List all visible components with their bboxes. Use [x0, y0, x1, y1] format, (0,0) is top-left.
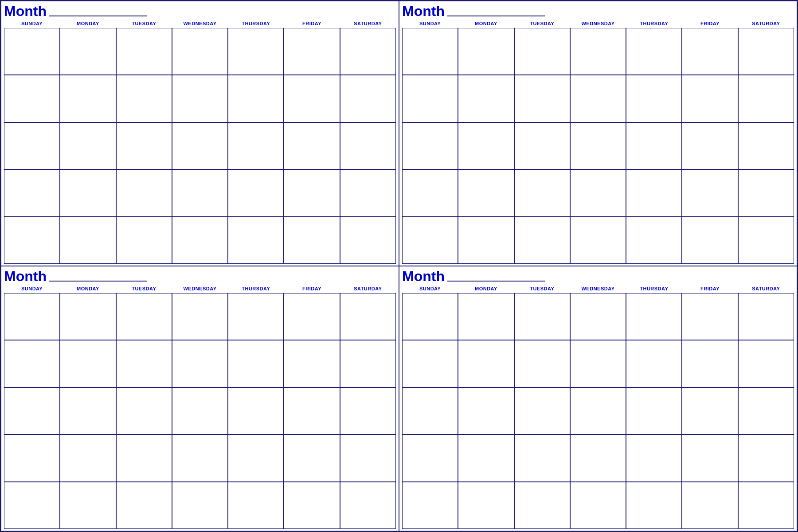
calendar-cell — [116, 169, 172, 216]
calendar-cell — [172, 293, 228, 340]
calendar-cell — [284, 293, 340, 340]
day-headers: SUNDAY MONDAY TUESDAY WEDNESDAY THURSDAY… — [4, 285, 396, 292]
calendar-cell — [116, 434, 172, 481]
day-saturday: SATURDAY — [340, 285, 396, 292]
calendar-top-left: Month SUNDAY MONDAY TUESDAY WEDNESDAY TH… — [1, 1, 399, 266]
calendar-cell — [626, 75, 682, 122]
calendar-cell — [340, 387, 396, 434]
calendar-cell — [172, 482, 228, 529]
calendar-cell — [228, 340, 284, 387]
day-monday: MONDAY — [60, 20, 116, 27]
calendar-cell — [60, 293, 116, 340]
calendar-cell — [738, 169, 794, 216]
day-friday: FRIDAY — [682, 20, 738, 27]
calendar-cell — [4, 434, 60, 481]
calendar-cell — [4, 28, 60, 75]
day-friday: FRIDAY — [284, 285, 340, 292]
calendar-cell — [626, 340, 682, 387]
calendar-cell — [458, 217, 514, 264]
calendar-cell — [458, 340, 514, 387]
calendar-cell — [682, 482, 738, 529]
calendar-cell — [284, 217, 340, 264]
month-title: Month — [402, 269, 445, 283]
calendar-cell — [402, 75, 458, 122]
calendar-cell — [458, 28, 514, 75]
calendar-cell — [60, 169, 116, 216]
calendar-cell — [514, 340, 570, 387]
day-headers: SUNDAY MONDAY TUESDAY WEDNESDAY THURSDAY… — [402, 285, 794, 292]
day-wednesday: WEDNESDAY — [570, 285, 626, 292]
calendar-cell — [458, 293, 514, 340]
calendar-cell — [514, 482, 570, 529]
calendar-cell — [682, 340, 738, 387]
calendar-cell — [458, 482, 514, 529]
calendar-cell — [570, 293, 626, 340]
calendar-cell — [228, 169, 284, 216]
calendar-cell — [402, 434, 458, 481]
calendar-cell — [228, 482, 284, 529]
calendar-cell — [682, 75, 738, 122]
calendar-grid — [402, 28, 794, 264]
calendar-cell — [60, 434, 116, 481]
calendar-cell — [228, 217, 284, 264]
calendar-cell — [284, 340, 340, 387]
calendar-cell — [172, 169, 228, 216]
calendar-cell — [116, 293, 172, 340]
month-line — [49, 16, 147, 16]
day-saturday: SATURDAY — [738, 20, 794, 27]
calendar-cell — [682, 169, 738, 216]
calendar-cell — [284, 434, 340, 481]
calendar-cell — [4, 340, 60, 387]
calendar-cell — [514, 387, 570, 434]
calendar-cell — [626, 482, 682, 529]
day-tuesday: TUESDAY — [514, 285, 570, 292]
calendar-cell — [682, 122, 738, 169]
calendar-cell — [738, 28, 794, 75]
day-wednesday: WEDNESDAY — [172, 20, 228, 27]
calendar-cell — [402, 169, 458, 216]
calendar-cell — [228, 122, 284, 169]
calendar-cell — [340, 122, 396, 169]
calendar-grid — [4, 28, 396, 264]
calendar-bottom-left: Month SUNDAY MONDAY TUESDAY WEDNESDAY TH… — [1, 266, 399, 531]
calendar-cell — [514, 217, 570, 264]
calendar-cell — [738, 122, 794, 169]
calendar-cell — [4, 482, 60, 529]
calendar-cell — [340, 293, 396, 340]
calendar-cell — [172, 340, 228, 387]
calendar-cell — [570, 434, 626, 481]
calendar-cell — [116, 75, 172, 122]
month-title: Month — [4, 4, 47, 18]
calendar-cell — [570, 217, 626, 264]
calendar-cell — [738, 387, 794, 434]
calendar-cell — [116, 387, 172, 434]
calendar-cell — [60, 217, 116, 264]
calendar-cell — [172, 217, 228, 264]
calendar-cell — [284, 169, 340, 216]
calendar-cell — [284, 75, 340, 122]
calendar-cell — [340, 169, 396, 216]
calendar-cell — [514, 28, 570, 75]
calendar-cell — [172, 28, 228, 75]
calendar-cell — [682, 217, 738, 264]
calendar-cell — [682, 434, 738, 481]
day-sunday: SUNDAY — [4, 20, 60, 27]
calendar-cell — [4, 387, 60, 434]
day-friday: FRIDAY — [682, 285, 738, 292]
month-line — [49, 281, 147, 282]
calendar-cell — [4, 217, 60, 264]
day-monday: MONDAY — [60, 285, 116, 292]
calendar-cell — [4, 75, 60, 122]
calendar-cell — [228, 387, 284, 434]
calendar-cell — [402, 340, 458, 387]
calendar-cell — [570, 169, 626, 216]
day-headers: SUNDAY MONDAY TUESDAY WEDNESDAY THURSDAY… — [402, 20, 794, 27]
calendar-cell — [682, 28, 738, 75]
calendar-cell — [402, 217, 458, 264]
calendar-cell — [402, 482, 458, 529]
calendar-cell — [738, 75, 794, 122]
calendar-cell — [340, 217, 396, 264]
day-tuesday: TUESDAY — [116, 20, 172, 27]
day-saturday: SATURDAY — [738, 285, 794, 292]
calendar-cell — [284, 28, 340, 75]
